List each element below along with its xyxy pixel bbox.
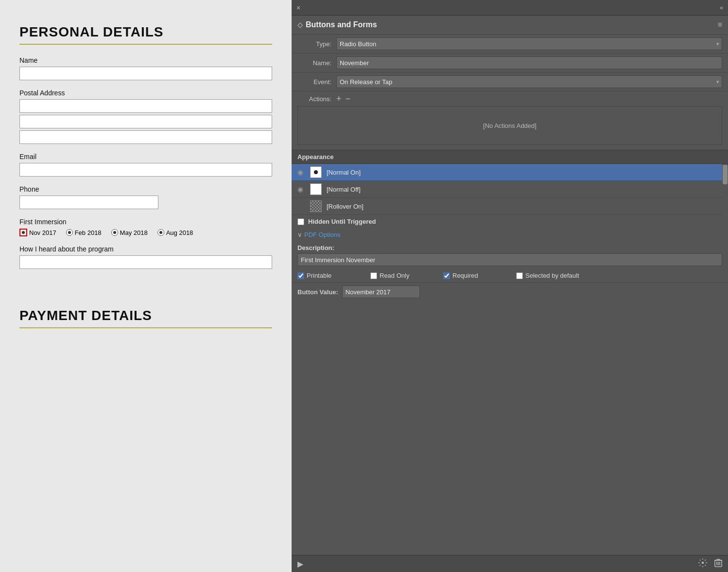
event-select[interactable]: On Release or Tap On Blur On Focus — [336, 75, 722, 88]
add-action-button[interactable]: + — [336, 94, 342, 103]
diamond-icon: ◇ — [297, 21, 303, 29]
required-label: Required — [452, 272, 478, 279]
eye-icon-normal-off: ◉ — [297, 185, 306, 193]
footer-play-icon[interactable]: ▶ — [297, 559, 303, 569]
email-field-group: Email — [19, 153, 272, 177]
footer-left: ▶ — [297, 559, 303, 569]
name-row-label: Name: — [297, 59, 331, 67]
panel-body: Type: Radio Button Checkbox List Box Tex… — [292, 35, 728, 555]
actions-row: Actions: + − — [292, 91, 728, 106]
appearance-list: ◉ [Normal On] ◉ [Normal Off] ◉ — [292, 164, 722, 215]
appearance-item-normal-on[interactable]: ◉ [Normal On] — [292, 164, 722, 181]
phone-input[interactable] — [19, 196, 158, 209]
appearance-preview-rollover-on — [310, 200, 322, 212]
description-label: Description: — [297, 244, 722, 251]
radio-nov-2017[interactable]: Nov 2017 — [19, 229, 56, 236]
email-label: Email — [19, 153, 272, 161]
button-value-input[interactable] — [342, 286, 420, 298]
radio-aug-2018[interactable]: Aug 2018 — [157, 229, 193, 236]
appearance-item-rollover-on[interactable]: ◉ [Rollover On] — [292, 198, 722, 215]
read-only-checkbox-item: Read Only — [370, 272, 438, 279]
printable-checkbox[interactable] — [297, 272, 304, 279]
panel-header-title-group: ◇ Buttons and Forms — [297, 20, 377, 29]
button-value-row: Button Value: — [292, 282, 728, 301]
radio-may-2018-label: May 2018 — [120, 229, 148, 236]
broken-radio-icon — [19, 229, 27, 236]
appearance-label-normal-off: [Normal Off] — [327, 186, 361, 193]
eye-icon-rollover-on: ◉ — [297, 202, 306, 210]
radio-aug-2018-label: Aug 2018 — [166, 229, 193, 236]
how-heard-input[interactable] — [19, 255, 272, 269]
panel-header: ◇ Buttons and Forms ≡ — [292, 16, 728, 35]
first-immersion-label: First Immersion — [19, 218, 272, 226]
radio-aug-2018-icon — [157, 229, 164, 236]
panel-menu-icon[interactable]: ≡ — [718, 20, 722, 29]
name-field[interactable] — [336, 56, 722, 69]
description-input[interactable] — [297, 253, 722, 266]
hidden-until-triggered-checkbox[interactable] — [297, 218, 304, 225]
appearance-title: Appearance — [297, 153, 333, 161]
name-field-group: Name — [19, 56, 272, 80]
type-select-wrapper: Radio Button Checkbox List Box Text Fiel… — [336, 37, 722, 50]
phone-field-group: Phone — [19, 185, 272, 209]
pdf-options-row[interactable]: ∨ PDF Options — [292, 228, 728, 241]
appearance-label-normal-on: [Normal On] — [327, 169, 361, 176]
eye-icon-normal-on: ◉ — [297, 168, 306, 176]
button-value-label: Button Value: — [297, 288, 338, 296]
appearance-item-normal-off[interactable]: ◉ [Normal Off] — [292, 181, 722, 198]
printable-checkbox-item: Printable — [297, 272, 365, 279]
panel-footer: ▶ — [292, 555, 728, 572]
appearance-list-container: ◉ [Normal On] ◉ [Normal Off] ◉ — [292, 164, 728, 215]
email-input[interactable] — [19, 163, 272, 177]
personal-details-divider — [19, 44, 272, 45]
payment-details-section: PAYMENT DETAILS — [19, 308, 272, 328]
remove-action-button[interactable]: − — [346, 94, 351, 103]
type-select[interactable]: Radio Button Checkbox List Box Text Fiel… — [336, 37, 722, 50]
event-select-wrapper: On Release or Tap On Blur On Focus ▾ — [336, 75, 722, 88]
panel-close-button[interactable]: × — [296, 4, 300, 12]
postal-address-input-2[interactable] — [19, 115, 272, 128]
type-row: Type: Radio Button Checkbox List Box Tex… — [292, 35, 728, 54]
postal-address-input-3[interactable] — [19, 130, 272, 144]
postal-address-input-1[interactable] — [19, 99, 272, 113]
personal-details-section: PERSONAL DETAILS Name Postal Address Ema… — [19, 24, 272, 269]
postal-address-label: Postal Address — [19, 89, 272, 97]
event-label: Event: — [297, 78, 331, 86]
radio-feb-2018[interactable]: Feb 2018 — [66, 229, 102, 236]
radio-may-2018[interactable]: May 2018 — [111, 229, 148, 236]
radio-may-2018-icon — [111, 229, 118, 236]
panel-titlebar: × « — [292, 0, 728, 16]
required-checkbox[interactable] — [443, 272, 450, 279]
selected-by-default-checkbox-item: Selected by default — [516, 272, 584, 279]
radio-feb-2018-label: Feb 2018 — [75, 229, 102, 236]
how-heard-label: How I heard about the program — [19, 245, 272, 253]
actions-label: Actions: — [297, 95, 331, 103]
footer-right — [698, 558, 722, 569]
payment-details-divider — [19, 327, 272, 328]
appearance-scrollbar[interactable] — [722, 164, 728, 215]
svg-point-0 — [702, 562, 704, 564]
selected-by-default-label: Selected by default — [525, 272, 579, 279]
panel-collapse-button[interactable]: « — [720, 4, 723, 11]
first-immersion-radio-group: Nov 2017 Feb 2018 May 2018 — [19, 229, 272, 236]
phone-label: Phone — [19, 185, 272, 193]
pdf-options-chevron-icon: ∨ — [297, 231, 302, 238]
left-panel: PERSONAL DETAILS Name Postal Address Ema… — [0, 0, 292, 572]
appearance-preview-normal-off — [310, 183, 322, 195]
printable-label: Printable — [307, 272, 331, 279]
event-row: Event: On Release or Tap On Blur On Focu… — [292, 72, 728, 91]
read-only-checkbox[interactable] — [370, 272, 377, 279]
first-immersion-field-group: First Immersion Nov 2017 Feb 2018 — [19, 218, 272, 236]
personal-details-title: PERSONAL DETAILS — [19, 24, 272, 40]
appearance-header: Appearance — [292, 150, 728, 164]
appearance-label-rollover-on: [Rollover On] — [327, 203, 364, 210]
footer-trash-icon[interactable] — [714, 558, 722, 569]
scrollbar-thumb — [723, 165, 728, 184]
no-actions-area: [No Actions Added] — [297, 106, 722, 145]
selected-by-default-checkbox[interactable] — [516, 272, 523, 279]
payment-details-title: PAYMENT DETAILS — [19, 308, 272, 323]
hidden-until-triggered-label: Hidden Until Triggered — [308, 218, 376, 225]
name-input[interactable] — [19, 67, 272, 80]
footer-settings-icon[interactable] — [698, 558, 707, 569]
hidden-until-triggered-row: Hidden Until Triggered — [292, 215, 728, 228]
